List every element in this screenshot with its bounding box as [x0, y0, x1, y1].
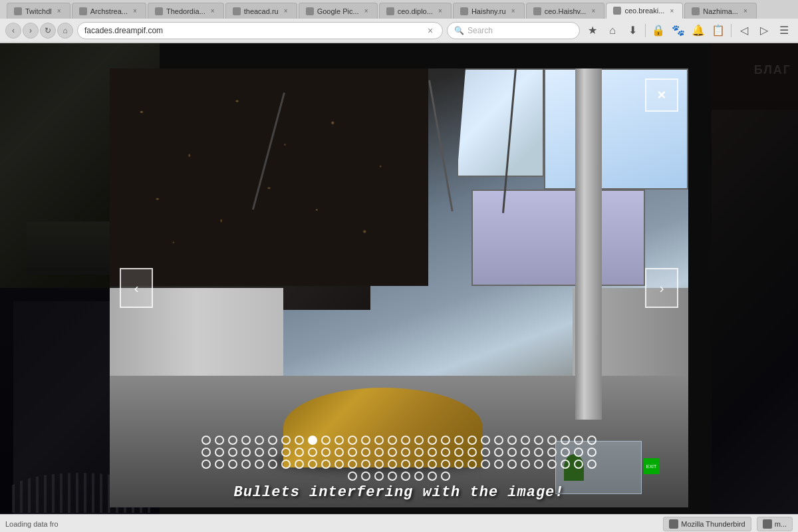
tab-8[interactable]: ceo.Haishv... × [526, 3, 605, 19]
bullet-3-12[interactable] [361, 460, 370, 469]
bullet-2-13[interactable] [374, 448, 384, 457]
tab-close-2[interactable]: × [131, 7, 139, 15]
paw-button[interactable]: 🐾 [670, 22, 687, 39]
bullet-3-14[interactable] [388, 460, 397, 469]
bullet-2-23[interactable] [507, 448, 517, 457]
bullet-3-1[interactable] [215, 460, 224, 469]
bullet-1-24[interactable] [521, 436, 530, 445]
bullet-3-24[interactable] [521, 460, 530, 469]
tab-close-4[interactable]: × [282, 7, 290, 15]
home-toolbar-button[interactable]: ⌂ [604, 22, 621, 39]
tab-5[interactable]: Google Pic... × [299, 3, 378, 19]
bullet-4-0[interactable] [348, 471, 357, 481]
bullet-2-14[interactable] [388, 448, 397, 457]
bullet-1-0[interactable] [201, 436, 211, 445]
bullet-2-17[interactable] [428, 448, 437, 457]
bullet-1-1[interactable] [215, 436, 224, 445]
bullet-1-22[interactable] [494, 436, 503, 445]
address-clear-button[interactable]: × [425, 25, 436, 36]
bullet-2-18[interactable] [441, 448, 450, 457]
tab-3[interactable]: Thedordia... × [148, 3, 224, 19]
bullet-1-12[interactable] [361, 436, 370, 445]
bullet-3-17[interactable] [428, 460, 437, 469]
tab-7[interactable]: Haishny.ru × [453, 3, 525, 19]
home-button[interactable]: ⌂ [57, 23, 73, 39]
bullet-1-5[interactable] [268, 436, 277, 445]
taskbar-thunderbird[interactable]: Mozilla Thunderbird [663, 517, 751, 531]
bullet-3-18[interactable] [441, 460, 450, 469]
bullet-2-29[interactable] [587, 448, 597, 457]
tab-close-8[interactable]: × [589, 7, 597, 15]
clipboard-button[interactable]: 📋 [710, 22, 727, 39]
bullet-4-1[interactable] [361, 471, 370, 481]
bullet-2-9[interactable] [321, 448, 331, 457]
bullet-1-26[interactable] [547, 436, 557, 445]
bullet-3-4[interactable] [255, 460, 264, 469]
bullet-4-6[interactable] [428, 471, 437, 481]
bullet-4-3[interactable] [388, 471, 397, 481]
bullet-3-25[interactable] [534, 460, 543, 469]
bullet-3-19[interactable] [454, 460, 464, 469]
bullet-3-7[interactable] [295, 460, 304, 469]
bullet-2-10[interactable] [334, 448, 344, 457]
bullet-2-27[interactable] [561, 448, 570, 457]
lightbox-prev-button[interactable]: ‹ [120, 268, 153, 308]
bullet-3-10[interactable] [334, 460, 344, 469]
tab-close-7[interactable]: × [509, 7, 517, 15]
bullet-1-28[interactable] [574, 436, 583, 445]
tab-close-1[interactable]: × [55, 7, 63, 15]
tab-close-5[interactable]: × [362, 7, 370, 15]
bullet-3-23[interactable] [507, 460, 517, 469]
tab-4[interactable]: theacad.ru × [225, 3, 297, 19]
bullet-1-17[interactable] [428, 436, 437, 445]
tab-close-3[interactable]: × [209, 7, 217, 15]
bullet-3-26[interactable] [547, 460, 557, 469]
bullet-1-14[interactable] [388, 436, 397, 445]
forward-button[interactable]: › [23, 23, 39, 39]
prev-toolbar-button[interactable]: ◁ [735, 22, 753, 39]
bullet-2-24[interactable] [521, 448, 530, 457]
bullet-1-21[interactable] [481, 436, 490, 445]
back-button[interactable]: ‹ [5, 23, 21, 39]
lightbox-close-button[interactable]: × [645, 78, 678, 112]
bullet-3-2[interactable] [228, 460, 237, 469]
bullet-2-5[interactable] [268, 448, 277, 457]
bullet-1-29[interactable] [587, 436, 597, 445]
lock-button[interactable]: 🔒 [650, 22, 667, 39]
bookmark-star-button[interactable]: ★ [584, 22, 601, 39]
bullet-1-8[interactable] [308, 436, 317, 445]
bullet-2-25[interactable] [534, 448, 543, 457]
bullet-4-7[interactable] [441, 471, 450, 481]
bullet-1-25[interactable] [534, 436, 543, 445]
bullet-2-4[interactable] [255, 448, 264, 457]
refresh-button[interactable]: ↻ [40, 23, 56, 39]
bullet-1-10[interactable] [334, 436, 344, 445]
tab-close-10[interactable]: × [741, 7, 749, 15]
bullet-1-13[interactable] [374, 436, 384, 445]
bullet-2-3[interactable] [241, 448, 251, 457]
bullet-3-5[interactable] [268, 460, 277, 469]
bullet-2-19[interactable] [454, 448, 464, 457]
bullet-1-3[interactable] [241, 436, 251, 445]
bullet-3-16[interactable] [414, 460, 424, 469]
bullet-4-5[interactable] [414, 471, 424, 481]
bullet-3-15[interactable] [401, 460, 410, 469]
search-box[interactable]: 🔍 Search [447, 22, 580, 39]
bullet-1-27[interactable] [561, 436, 570, 445]
lightbox-next-button[interactable]: › [645, 268, 678, 308]
menu-button[interactable]: ☰ [775, 22, 793, 39]
bullet-3-20[interactable] [467, 460, 477, 469]
bullet-2-8[interactable] [308, 448, 317, 457]
bullet-4-2[interactable] [374, 471, 384, 481]
bullet-2-1[interactable] [215, 448, 224, 457]
bullet-2-28[interactable] [574, 448, 583, 457]
bullet-2-11[interactable] [348, 448, 357, 457]
bullet-1-18[interactable] [441, 436, 450, 445]
bullet-2-15[interactable] [401, 448, 410, 457]
tab-6[interactable]: ceo.diplo... × [379, 3, 452, 19]
tab-1[interactable]: Twitchdl × [7, 3, 70, 19]
bullet-2-6[interactable] [281, 448, 291, 457]
notification-button[interactable]: 🔔 [690, 22, 707, 39]
address-box[interactable]: facades.dreampif.com × [77, 22, 443, 39]
tab-2[interactable]: Archstrea... × [72, 3, 146, 19]
